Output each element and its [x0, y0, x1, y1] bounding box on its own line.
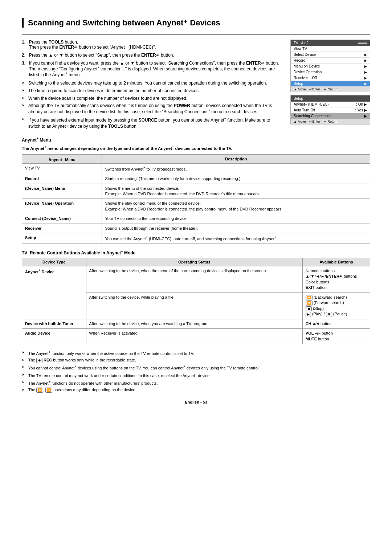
setup-item-autoturn: Auto Turn Off: Yes ▶ [291, 107, 370, 113]
step-2: Press the ▲ or ▼ button to select "Setup… [22, 53, 283, 58]
page-footer: English - 53 [22, 400, 370, 404]
anynet-col1-header: Anynet+ Menu [22, 154, 102, 164]
footer-bullet-5: The Anynet+ functions do not operate wit… [22, 380, 370, 386]
tv-menu-item-receiver: Receiver :Off▶ [291, 75, 370, 81]
remote-row-audio-status: When Receiver is activated [86, 329, 302, 344]
bullet-5: If you have selected external input mode… [22, 116, 283, 130]
anynet-row-connect-desc: Your TV connects to the corresponding de… [102, 214, 370, 224]
bullet-2: The time required to scan for devices is… [22, 88, 283, 94]
left-column: Press the TOOLS button. Then press the E… [22, 40, 283, 131]
tv-menu-nav: ▲ Move ↵Enter ↩ Return [291, 87, 370, 92]
table-row: (Device_Name) Operation Shows the play c… [22, 199, 370, 214]
anynet-row-viewtv-menu: View TV [22, 164, 102, 174]
tv-menu-item-viewtv: View TV [291, 46, 370, 52]
content-area: Press the TOOLS button. Then press the E… [22, 40, 370, 131]
tv-menu-item-selectdevice: Select Device▶ [291, 52, 370, 58]
fwd-icon: ⏩ [45, 388, 52, 393]
remote-row-audio-device: Audio Device [22, 329, 86, 344]
info-bullets: Switching to the selected devices may ta… [22, 80, 283, 130]
play-icon: ▶ [306, 312, 311, 317]
anynet-row-record-menu: Record [22, 174, 102, 184]
table-row: Setup You can set the Anynet+ (HDMI-CEC)… [22, 233, 370, 244]
page-title: Scanning and Switching between Anynet⁺ D… [22, 18, 370, 28]
forward-search-icon: ⏩ [306, 300, 313, 306]
table-row: Connect (Device_Name) Your TV connects t… [22, 214, 370, 224]
tv-menu-title: TV Air 2 [294, 41, 309, 45]
anynet-menu-section: Anynet+ Menu The Anynet+ menu changes de… [22, 137, 370, 244]
footer-bullets: The Anynet+ function only works when the… [22, 350, 370, 393]
footer-bullet-4: The TV remote control may not work under… [22, 372, 370, 379]
bullet-4: Although the TV automatically scans devi… [22, 103, 283, 115]
table-row: Device with built-in Tuner After switchi… [22, 319, 370, 328]
footer-bullet-6: The ⏪, ⏩ operations may differ depending… [22, 387, 370, 393]
tv-menu-signal: ▬▬▬ [358, 41, 367, 45]
backward-search-icon: ⏪ [306, 295, 313, 300]
anynet-row-devicename-menu: (Device_Name) Menu [22, 184, 102, 199]
table-row: View TV Switches from Anynet+ to TV broa… [22, 164, 370, 174]
remote-table: Device Type Operating Status Available B… [22, 258, 370, 344]
anynet-menu-note: The Anynet+ menu changes depending on th… [22, 145, 370, 151]
setup-menu-box: Setup Anynet+ (HDMI-CEC): On ▶ Auto Turn… [290, 95, 370, 124]
setup-menu-nav: ▲ Move ↵Enter ↩ Return [291, 119, 370, 124]
remote-section: TV Remote Control Buttons Available in A… [22, 250, 370, 344]
footer-bullet-3: You cannot control Anynet+ devices using… [22, 364, 370, 371]
anynet-row-receiver-desc: Sound is output through the receiver (ho… [102, 224, 370, 233]
table-row: Receiver Sound is output through the rec… [22, 224, 370, 233]
anynet-row-devicename-desc: Shows the menu of the connected device.E… [102, 184, 370, 199]
remote-row-tuner-device: Device with built-in Tuner [22, 319, 86, 328]
setup-item-searching: Searching Connections▶ [291, 113, 370, 119]
setup-item-anynet: Anynet+ (HDMI-CEC): On ▶ [291, 102, 370, 107]
anynet-row-record-desc: Starts a recording. (This menu works onl… [102, 174, 370, 184]
footer-text: English - 53 [185, 400, 207, 404]
footer-bullet-1: The Anynet+ function only works when the… [22, 350, 370, 356]
remote-col3-header: Available Buttons [302, 258, 370, 266]
anynet-col2-header: Description [102, 154, 370, 164]
tv-menu-item-record: Record▶ [291, 58, 370, 64]
rec-icon: ⏺ [36, 358, 42, 363]
anynet-row-deviceop-menu: (Device_Name) Operation [22, 199, 102, 214]
remote-row-anynet-buttons2: ⏪ (Backward search) ⏩ (Forward search) ⏹… [302, 292, 370, 319]
remote-row-tuner-status: After switching to the device, when you … [86, 319, 302, 328]
anynet-row-viewtv-desc: Switches from Anynet+ to TV broadcast mo… [102, 164, 370, 174]
pause-icon: ⏸ [326, 312, 332, 317]
anynet-row-connect-menu: Connect (Device_Name) [22, 214, 102, 224]
tv-menu-box: TV Air 2 ▬▬▬ View TV Select Device▶ Reco… [290, 40, 370, 92]
setup-menu-header: Setup [291, 95, 370, 102]
anynet-row-setup-menu: Setup [22, 233, 102, 244]
anynet-menu-title: Anynet+ Menu [22, 137, 370, 143]
tv-menu-item-setup: Setup▶ [291, 81, 370, 87]
step-3: If you cannot find a device you want, pr… [22, 61, 283, 77]
stop-icon: ⏹ [306, 306, 312, 312]
remote-col1-header: Device Type [22, 258, 86, 266]
anynet-menu-table: Anynet+ Menu Description View TV Switche… [22, 154, 370, 244]
table-row: Audio Device When Receiver is activated … [22, 329, 370, 344]
footer-bullet-list: The Anynet+ function only works when the… [22, 350, 370, 393]
remote-row-anynet-device: Anynet+ Device [22, 266, 86, 319]
remote-section-title: TV Remote Control Buttons Available in A… [22, 250, 370, 255]
step-1: Press the TOOLS button. Then press the E… [22, 40, 283, 50]
remote-row-tuner-buttons: CH ∧/∨ button [302, 319, 370, 328]
anynet-row-setup-desc: You can set the Anynet+ (HDMI-CEC), auto… [102, 233, 370, 244]
table-row: Record Starts a recording. (This menu wo… [22, 174, 370, 184]
footer-bullet-2: The ⏺ REC button works only while in the… [22, 357, 370, 363]
tv-menu-item-deviceop: Device Operation▶ [291, 69, 370, 75]
bullet-3: When the device scan is complete, the nu… [22, 95, 283, 102]
steps-list: Press the TOOLS button. Then press the E… [22, 40, 283, 77]
right-column: TV Air 2 ▬▬▬ View TV Select Device▶ Reco… [290, 40, 370, 131]
anynet-row-receiver-menu: Receiver [22, 224, 102, 233]
tv-menu-item-menuondevice: Menu on Device▶ [291, 64, 370, 69]
remote-row-anynet-buttons1: Numeric buttons▲/▼/◄/►/ENTER↵ buttonsCol… [302, 266, 370, 292]
table-row: (Device_Name) Menu Shows the menu of the… [22, 184, 370, 199]
table-row: Anynet+ Device After switching to the de… [22, 266, 370, 292]
bwd-icon: ⏪ [36, 388, 43, 393]
tv-menu-header: TV Air 2 ▬▬▬ [291, 40, 370, 46]
remote-row-audio-buttons: VOL +/− buttonMUTE button [302, 329, 370, 344]
remote-col2-header: Operating Status [86, 258, 302, 266]
bullet-1: Switching to the selected devices may ta… [22, 80, 283, 86]
remote-row-anynet-status1: After switching to the device, when the … [86, 266, 302, 292]
anynet-row-deviceop-desc: Shows the play control menu of the conne… [102, 199, 370, 214]
remote-row-anynet-status2: After switching to the device, while pla… [86, 292, 302, 319]
